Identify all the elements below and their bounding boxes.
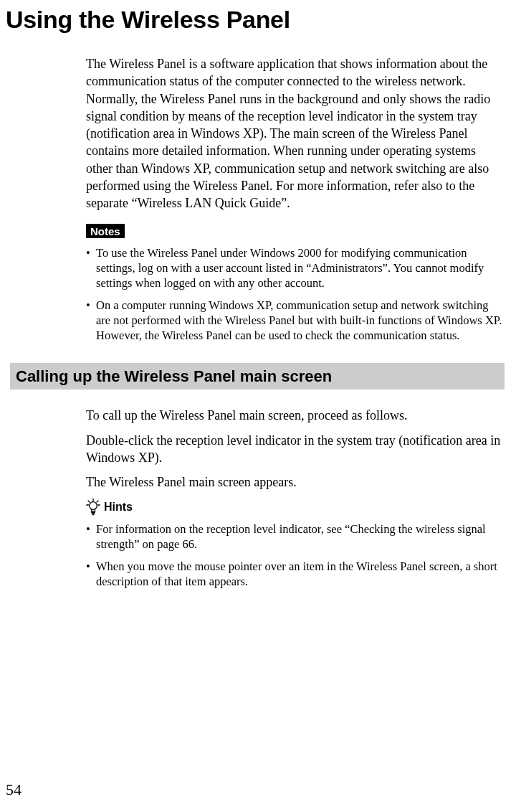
notes-badge: Notes xyxy=(86,224,125,238)
list-item: On a computer running Windows XP, commun… xyxy=(86,298,505,343)
intro-paragraph: The Wireless Panel is a software applica… xyxy=(86,55,505,212)
hints-list: For information on the reception level i… xyxy=(86,521,505,589)
hints-label: Hints xyxy=(104,501,133,514)
lightbulb-icon xyxy=(86,499,100,516)
body-paragraph: The Wireless Panel main screen appears. xyxy=(86,473,505,491)
page-title: Using the Wireless Panel xyxy=(6,6,510,34)
svg-point-5 xyxy=(90,501,97,509)
svg-line-2 xyxy=(97,501,98,502)
section-heading: Calling up the Wireless Panel main scree… xyxy=(10,363,505,390)
list-item: When you move the mouse pointer over an … xyxy=(86,559,505,589)
svg-line-1 xyxy=(88,501,90,502)
hints-header: Hints xyxy=(86,499,505,516)
notes-list: To use the Wireless Panel under Windows … xyxy=(86,245,505,344)
page-number: 54 xyxy=(6,780,22,799)
intro-block: The Wireless Panel is a software applica… xyxy=(86,55,505,343)
body-paragraph: To call up the Wireless Panel main scree… xyxy=(86,407,505,424)
list-item: To use the Wireless Panel under Windows … xyxy=(86,245,505,291)
section-body: To call up the Wireless Panel main scree… xyxy=(86,407,505,589)
body-paragraph: Double-click the reception level indicat… xyxy=(86,432,505,467)
list-item: For information on the reception level i… xyxy=(86,521,505,552)
